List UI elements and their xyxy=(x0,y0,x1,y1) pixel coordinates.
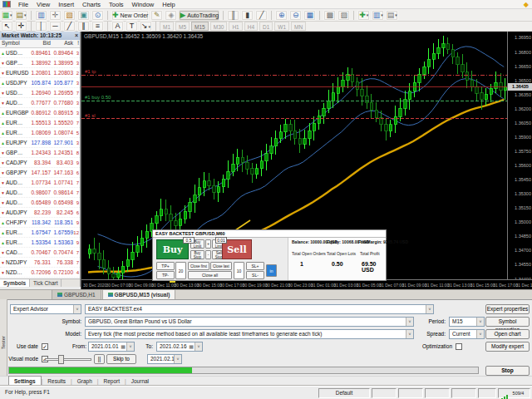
symbol-row[interactable]: ▼NZD…0.720960.721004 xyxy=(0,268,80,278)
terminal-icon[interactable]: ▣ xyxy=(77,10,90,21)
symbol-row[interactable]: ▲EURJPY127.898127.9013 xyxy=(0,138,80,148)
market-watch-tab-symbols[interactable]: Symbols xyxy=(0,279,30,287)
expert-advisor-combo[interactable]: EASY BACKTEST.ex4˅ xyxy=(85,304,434,314)
tp-value[interactable]: 20 xyxy=(175,262,186,279)
symbol-row[interactable]: ▼AUD…0.776770.776803 xyxy=(0,98,80,108)
open-chart-button[interactable]: Open chart xyxy=(485,329,530,339)
tp-plus-button[interactable]: TP+ xyxy=(156,262,175,270)
symbol-row[interactable]: ▼GBP…1.389921.389953 xyxy=(0,58,80,68)
strategy-tester-icon[interactable]: ⊙ xyxy=(91,10,104,21)
symbol-combo[interactable]: GBPUSD, Great Britan Pound vs US Dollar˅ xyxy=(85,317,414,327)
market-watch-icon[interactable]: ▥ xyxy=(35,10,47,21)
timeframe-button-mn[interactable]: MN xyxy=(291,22,306,31)
pause-button[interactable]: || xyxy=(94,354,105,364)
vertical-line-icon[interactable]: │ xyxy=(35,21,47,32)
cascade-windows-icon[interactable]: ▩ xyxy=(323,10,336,21)
timeframe-button-d1[interactable]: D1 xyxy=(259,22,273,31)
arrange-windows-icon[interactable]: ▨ xyxy=(337,10,350,21)
tester-tab-report[interactable]: Report xyxy=(99,377,126,386)
timeframe-button-h1[interactable]: H1 xyxy=(229,22,242,31)
candlestick-icon[interactable]: ▮ xyxy=(241,10,254,21)
lot-minus-button[interactable]: - xyxy=(205,250,211,259)
label-icon[interactable]: T xyxy=(126,21,138,32)
new-chart-icon[interactable]: ▦▾ xyxy=(1,10,13,21)
market-watch-header[interactable]: SymbolBidAsk! xyxy=(0,40,80,48)
symbol-row[interactable]: ▲CHFJPY118.342118.3519 xyxy=(0,218,80,228)
symbol-row[interactable]: ▼AUD…0.654890.654989 xyxy=(0,198,80,208)
text-icon[interactable]: A xyxy=(111,21,124,32)
close-all-button[interactable]: Close all xyxy=(188,271,232,279)
symbol-row[interactable]: ▼AUD…1.077341.077417 xyxy=(0,178,80,188)
menu-item-file[interactable]: File xyxy=(14,0,32,9)
metaeditor-icon[interactable]: ✎ xyxy=(150,10,163,21)
crosshair-icon[interactable]: ✛ xyxy=(15,21,27,32)
templates-icon[interactable]: ▤▾ xyxy=(386,10,398,21)
use-date-checkbox[interactable]: ✓ xyxy=(42,343,48,350)
bar-chart-icon[interactable]: ║ xyxy=(227,10,239,21)
symbol-row[interactable]: ▲USDJPY105.874105.8773 xyxy=(0,78,80,88)
symbol-properties-button[interactable]: Symbol properties xyxy=(485,317,530,327)
mql5-icon[interactable]: ◈ xyxy=(165,10,177,21)
trendline-icon[interactable]: ╱ xyxy=(63,21,76,32)
menu-item-window[interactable]: Window xyxy=(128,0,159,9)
spread-combo[interactable]: Current˅ xyxy=(449,329,485,339)
zoom-out-icon[interactable]: ⊖ xyxy=(289,10,302,21)
skip-to-date-field[interactable]: 2021.02.17˅ xyxy=(147,354,182,364)
menu-item-insert[interactable]: Insert xyxy=(54,0,78,9)
channel-icon[interactable]: ∥ xyxy=(77,21,90,32)
symbol-row[interactable]: ▼EURUSD1.208011.208032 xyxy=(0,68,80,78)
symbol-row[interactable]: ▲EUR…1.675471.6755912 xyxy=(0,228,80,238)
menu-item-help[interactable]: Help xyxy=(158,0,179,9)
symbol-row[interactable]: ▲EURGBP0.869120.869153 xyxy=(0,108,80,118)
sl-minus-button[interactable]: SL- xyxy=(246,271,264,279)
zoom-in-icon[interactable]: ⊕ xyxy=(275,10,288,21)
symbol-row[interactable]: ▼AUDJPY82.23982.2456 xyxy=(0,208,80,218)
column-header-bid[interactable]: Bid xyxy=(28,40,51,47)
tp-minus-button[interactable]: TP- xyxy=(156,271,175,279)
visual-speed-slider[interactable] xyxy=(45,358,91,361)
buy-stop-button[interactable]: Buy Stop xyxy=(190,250,204,259)
autotrading-button[interactable]: ▶AutoTrading xyxy=(179,10,219,21)
menu-item-charts[interactable]: Charts xyxy=(78,0,105,9)
close-first-button[interactable]: Close first xyxy=(188,262,209,270)
tester-tab-results[interactable]: Results xyxy=(42,377,71,386)
close-last-button[interactable]: Close last xyxy=(210,262,232,270)
timeframe-button-m1[interactable]: M1 xyxy=(160,22,174,31)
timeframe-button-m30[interactable]: M30 xyxy=(210,22,228,31)
sl-plus-button[interactable]: SL+ xyxy=(246,262,264,270)
tester-tab-graph[interactable]: Graph xyxy=(72,377,97,386)
column-header-alert[interactable]: ! xyxy=(73,40,80,47)
menu-item-tools[interactable]: Tools xyxy=(105,0,128,9)
symbol-row[interactable]: ▲EUR…1.080691.080745 xyxy=(0,128,80,138)
navigator-icon[interactable]: ▧ xyxy=(63,10,76,21)
chart-tab-gbpusd-h1[interactable]: GBPUSD,H1 xyxy=(52,289,101,299)
column-header-symbol[interactable]: Symbol xyxy=(0,40,28,47)
symbol-row[interactable]: ▲USD…0.894610.894643 xyxy=(0,48,80,58)
symbol-row[interactable]: ▲EUR…1.555131.555207 xyxy=(0,118,80,128)
arrows-icon[interactable]: ↘▾ xyxy=(140,21,152,32)
period-combo[interactable]: M15˅ xyxy=(449,317,485,327)
symbol-row[interactable]: ▼CAD…0.704670.704747 xyxy=(0,248,80,258)
column-header-ask[interactable]: Ask xyxy=(51,40,73,47)
symbol-row[interactable]: ▼AUD…0.986070.986147 xyxy=(0,188,80,198)
symbol-row[interactable]: ▼GBP…1.243431.243518 xyxy=(0,148,80,158)
tile-windows-icon[interactable]: ▦ xyxy=(303,10,316,21)
lot-step-value[interactable]: 0.01 xyxy=(215,237,227,244)
model-combo[interactable]: Every tick (the most precise method base… xyxy=(85,329,414,339)
optimization-checkbox[interactable] xyxy=(456,343,462,350)
periods-icon[interactable]: ▥▾ xyxy=(372,10,384,21)
timeframe-button-m15[interactable]: M15 xyxy=(191,22,209,31)
visual-speed-slider-handle[interactable] xyxy=(58,355,64,364)
minimize-panel-button[interactable]: in xyxy=(266,264,277,277)
cursor-icon[interactable]: ↖ xyxy=(1,21,13,32)
horizontal-line-icon[interactable]: ─ xyxy=(49,21,62,32)
tester-tab-settings[interactable]: Settings xyxy=(8,376,42,386)
indicators-icon[interactable]: ✚▾ xyxy=(357,10,370,21)
lot-plus-button[interactable]: + xyxy=(205,239,211,249)
mql-community-icon[interactable]: ◆ xyxy=(524,1,529,8)
modify-expert-button[interactable]: Modify expert xyxy=(485,342,530,352)
symbol-row[interactable]: ▼CADJPY83.39483.4039 xyxy=(0,158,80,168)
expert-properties-button[interactable]: Expert properties xyxy=(485,304,530,314)
new-order-button[interactable]: ✚New Order xyxy=(111,10,149,21)
symbol-row[interactable]: ▲EUR…1.533541.533639 xyxy=(0,238,80,248)
